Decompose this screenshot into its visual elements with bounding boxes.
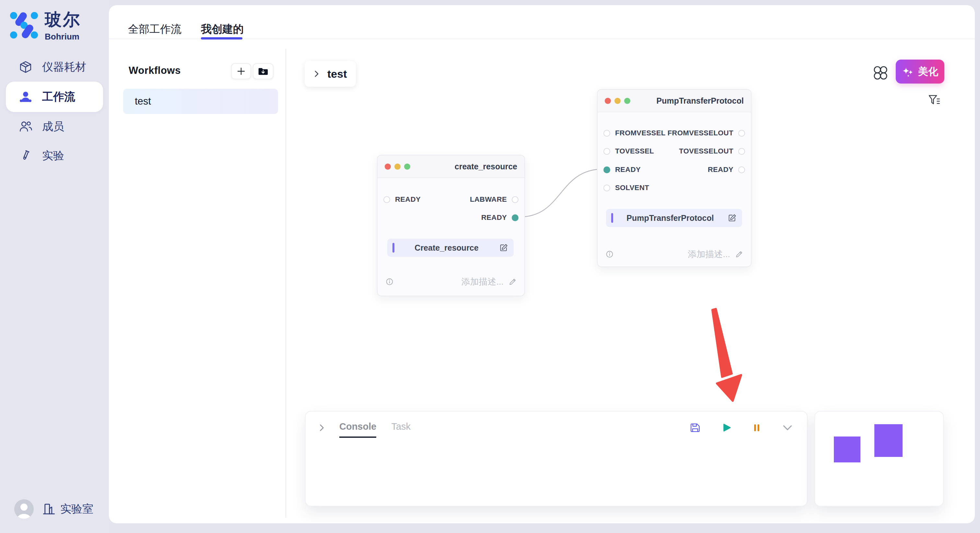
traffic-dot-red (605, 98, 611, 104)
port-label: READY (615, 165, 641, 174)
output-port-labware[interactable] (512, 196, 519, 203)
pause-icon (751, 422, 762, 433)
beautify-label: 美化 (918, 65, 938, 78)
avatar[interactable] (14, 499, 34, 519)
port-label: READY (395, 195, 421, 204)
input-port-solvent[interactable] (603, 185, 610, 191)
input-port-ready-connected[interactable] (603, 167, 610, 173)
port-label: LABWARE (470, 195, 507, 204)
avatar-person-icon (14, 499, 34, 519)
save-icon (689, 422, 701, 434)
sidebar-item-members[interactable]: 成员 (0, 112, 109, 141)
pill-accent-bar (611, 213, 613, 223)
breadcrumb[interactable]: test (305, 61, 356, 87)
output-port-ready[interactable] (738, 167, 745, 173)
node-title: create_resource (455, 162, 517, 171)
info-icon[interactable] (385, 277, 395, 287)
edit-icon[interactable] (727, 213, 737, 223)
expand-chevron-icon[interactable] (317, 423, 326, 432)
port-row: FROMVESSEL FROMVESSELOUT (603, 126, 745, 140)
console-tabs: Console Task (339, 421, 410, 438)
sidebar-item-label: 仪器耗材 (42, 60, 86, 75)
pause-button[interactable] (751, 422, 762, 435)
sidebar-item-label: 成员 (42, 119, 64, 134)
pencil-icon[interactable] (508, 277, 517, 286)
console-actions (689, 421, 794, 436)
node-task-pill[interactable]: Create_resource (387, 239, 514, 257)
panel-divider (285, 49, 286, 518)
port-label: FROMVESSELOUT (668, 129, 733, 137)
node-title: PumpTransferProtocol (657, 96, 744, 106)
collapse-button[interactable] (781, 421, 794, 436)
port-label: READY (708, 165, 733, 174)
traffic-dot-red (385, 163, 391, 170)
filter-icon[interactable] (928, 93, 941, 107)
description-placeholder[interactable]: 添加描述... (461, 276, 504, 287)
pencil-icon[interactable] (735, 250, 744, 259)
bohrium-logo-icon (10, 11, 38, 40)
port-row: READY (383, 211, 519, 225)
input-port-ready[interactable] (383, 196, 390, 203)
layout-grid-icon[interactable] (873, 65, 888, 80)
logo-text-en: Bohrium (45, 32, 81, 42)
lab-switcher[interactable]: 实验室 (42, 501, 93, 517)
sidebar-nav: 仪器耗材 工作流 成员 (0, 52, 109, 170)
import-workflow-button[interactable] (253, 63, 274, 79)
node-task-pill[interactable]: PumpTransferProtocol (606, 209, 742, 227)
node-pump-transfer-protocol[interactable]: PumpTransferProtocol FROMVESSEL FROMVESS… (597, 89, 751, 267)
tab-console[interactable]: Console (339, 421, 376, 438)
console-panel: Console Task (305, 411, 808, 506)
add-workflow-button[interactable] (231, 63, 251, 79)
sidebar-item-label: 实验 (42, 148, 64, 163)
folder-download-icon (257, 65, 269, 77)
port-row: TOVESSEL TOVESSELOUT (603, 144, 745, 159)
node-create-resource[interactable]: create_resource READY LABWARE READY Crea… (377, 155, 525, 296)
info-icon[interactable] (605, 249, 614, 259)
input-port-fromvessel[interactable] (603, 130, 610, 136)
building-icon (42, 502, 56, 516)
sidebar-item-workflow[interactable]: 工作流 (6, 82, 103, 112)
console-header: Console Task (305, 412, 807, 438)
minimap[interactable] (815, 411, 944, 506)
chevron-down-icon (781, 421, 794, 434)
input-port-tovessel[interactable] (603, 148, 610, 155)
sidebar-footer: 实验室 (14, 499, 93, 519)
sparkles-icon (902, 65, 914, 78)
sidebar-item-label: 工作流 (42, 89, 75, 104)
active-tab-underline (201, 37, 242, 40)
tab-my-created[interactable]: 我创建的 (201, 22, 244, 36)
sidebar: 玻尔 Bohrium 仪器耗材 工作流 (0, 0, 109, 533)
run-button[interactable] (720, 422, 732, 435)
workflows-panel-title: Workflows (129, 65, 181, 76)
beautify-button[interactable]: 美化 (896, 60, 944, 84)
edit-icon[interactable] (499, 243, 509, 252)
node-footer: 添加描述... (605, 247, 744, 261)
port-label: TOVESSEL (615, 147, 654, 155)
node-footer: 添加描述... (385, 274, 517, 289)
workflow-list-item-test[interactable]: test (123, 89, 278, 114)
output-port-ready-connected[interactable] (512, 214, 519, 221)
minimap-node-rect (874, 424, 902, 457)
pill-label: PumpTransferProtocol (616, 213, 724, 223)
minimap-node-rect (834, 436, 861, 462)
sidebar-item-experiments[interactable]: 实验 (0, 141, 109, 170)
port-label: FROMVESSEL (615, 129, 666, 137)
lab-label: 实验室 (60, 501, 93, 517)
tab-task[interactable]: Task (391, 421, 410, 438)
tab-all-workflows[interactable]: 全部工作流 (128, 22, 181, 36)
port-row: READY LABWARE (383, 192, 519, 206)
port-row: READY READY (603, 163, 745, 177)
output-port-fromvesselout[interactable] (738, 130, 745, 136)
play-icon (720, 422, 732, 434)
workspace-tabs: 全部工作流 我创建的 (109, 5, 975, 39)
pill-label: Create_resource (398, 243, 495, 252)
app-logo: 玻尔 Bohrium (10, 8, 81, 42)
save-button[interactable] (689, 422, 701, 435)
description-placeholder[interactable]: 添加描述... (688, 248, 730, 260)
breadcrumb-label: test (327, 68, 347, 80)
port-label: READY (481, 213, 507, 222)
plus-icon (235, 66, 247, 77)
sidebar-item-instruments[interactable]: 仪器耗材 (0, 52, 109, 82)
output-port-tovesselout[interactable] (738, 148, 745, 155)
chevron-right-icon (312, 70, 321, 78)
